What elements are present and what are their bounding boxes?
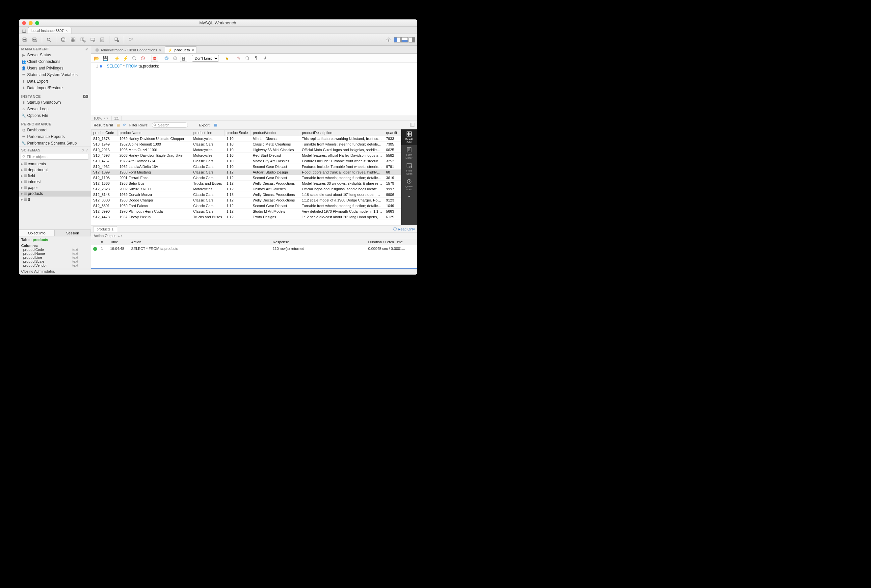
nav-item[interactable]: ≣Performance Reports xyxy=(19,133,91,140)
grid-cell[interactable]: Red Start Diecast xyxy=(251,153,300,159)
disclosure-icon[interactable]: ▶ xyxy=(21,168,23,172)
action-row[interactable]: ✓ 1 19:04:48 SELECT * FROM ta.products 1… xyxy=(91,245,417,252)
schema-table-item[interactable]: ▶comments xyxy=(19,161,91,167)
grid-cell[interactable]: 3619 xyxy=(384,175,401,181)
grid-cell[interactable]: S10_4757 xyxy=(91,159,118,164)
grid-cell[interactable]: S12_4473 xyxy=(91,214,118,220)
grid-cell[interactable]: 2001 Ferrari Enzo xyxy=(118,175,191,181)
collapse-icon[interactable]: ⤢ xyxy=(85,48,88,51)
grid-cell[interactable]: S12_1666 xyxy=(91,181,118,186)
disclosure-icon[interactable]: ▶ xyxy=(21,192,23,195)
sidetab-field-types[interactable]: Field Types xyxy=(401,161,417,177)
home-tab[interactable] xyxy=(20,27,28,34)
grid-cell[interactable]: Second Gear Diecast xyxy=(251,175,300,181)
grid-cell[interactable]: 5663 xyxy=(384,209,401,214)
refresh-icon[interactable]: ⟳ xyxy=(123,123,126,127)
grid-cell[interactable]: Official Moto Guzzi logos and insignias,… xyxy=(300,147,384,153)
grid-cell[interactable]: 1957 Chevy Pickup xyxy=(118,214,191,220)
grid-cell[interactable]: Classic Cars xyxy=(191,209,224,214)
grid-cell[interactable]: Turnable front wheels; steering function… xyxy=(300,175,384,181)
sidetab-more[interactable] xyxy=(401,193,417,200)
grid-cell[interactable]: 1:12 xyxy=(224,197,251,203)
schema-table-item[interactable]: ▶interest xyxy=(19,179,91,185)
grid-cell[interactable]: Motor City Art Classics xyxy=(251,159,300,164)
grid-cell[interactable]: 1969 Corvair Monza xyxy=(118,192,191,197)
grid-cell[interactable]: Classic Cars xyxy=(191,175,224,181)
execute-button[interactable]: ⚡ xyxy=(114,55,121,62)
grid-cell[interactable]: S12_2823 xyxy=(91,186,118,192)
schema-filter-input[interactable] xyxy=(21,154,89,160)
toggle-sidebar-button[interactable] xyxy=(394,37,401,42)
grid-cell[interactable]: Classic Cars xyxy=(191,159,224,164)
schema-table-item[interactable]: ▶paper xyxy=(19,185,91,191)
disclosure-icon[interactable]: ▶ xyxy=(21,174,23,178)
grid-cell[interactable]: 7305 xyxy=(384,142,401,147)
column-header[interactable]: productScale xyxy=(224,130,251,136)
commit-button[interactable] xyxy=(163,55,170,62)
column-header[interactable]: productLine xyxy=(191,130,224,136)
settings-button[interactable] xyxy=(384,36,393,44)
grid-cell[interactable]: 7933 xyxy=(384,136,401,142)
grid-cell[interactable]: Trucks and Buses xyxy=(191,214,224,220)
grid-row[interactable]: S10_46982003 Harley-Davidson Eagle Drag … xyxy=(91,153,401,159)
sidetab-result-grid[interactable]: Result Grid xyxy=(401,129,417,145)
table-icon-button[interactable] xyxy=(69,36,77,44)
open-sql-button[interactable]: SQL xyxy=(31,36,39,44)
find-button[interactable] xyxy=(244,55,251,62)
grid-cell[interactable]: 6906 xyxy=(384,192,401,197)
grid-cell[interactable]: Classic Cars xyxy=(191,164,224,169)
grid-cell[interactable]: 9123 xyxy=(384,197,401,203)
panel-toggle-icon[interactable] xyxy=(410,123,415,127)
result-grid[interactable]: productCodeproductNameproductLineproduct… xyxy=(91,129,401,225)
sidetab-form-editor[interactable]: Form Editor xyxy=(401,145,417,161)
grid-cell[interactable]: S12_1099 xyxy=(91,169,118,175)
grid-cell[interactable]: Second Gear Diecast xyxy=(251,164,300,169)
grid-cell[interactable]: 5582 xyxy=(384,153,401,159)
limit-select[interactable]: Don't Limit xyxy=(192,55,219,61)
toggle-autocommit-button[interactable]: ⛔ xyxy=(151,55,158,62)
view-button[interactable] xyxy=(88,36,97,44)
grid-cell[interactable]: S10_4698 xyxy=(91,153,118,159)
disclosure-icon[interactable]: ▶ xyxy=(21,198,23,201)
column-header[interactable]: quantit xyxy=(384,130,401,136)
schema-table-item[interactable]: ▶products xyxy=(19,191,91,196)
grid-cell[interactable]: Motorcycles xyxy=(191,186,224,192)
grid-row[interactable]: S10_16781969 Harley Davidson Ultimate Ch… xyxy=(91,136,401,142)
grid-cell[interactable]: S12_3380 xyxy=(91,197,118,203)
grid-cell[interactable]: 2002 Suzuki XREO xyxy=(118,186,191,192)
grid-cell[interactable]: 1968 Ford Mustang xyxy=(118,169,191,175)
grid-row[interactable]: S12_10991968 Ford MustangClassic Cars1:1… xyxy=(91,169,401,175)
grid-cell[interactable]: 1:12 xyxy=(224,181,251,186)
grid-cell[interactable]: 6791 xyxy=(384,164,401,169)
grid-cell[interactable]: Motorcycles xyxy=(191,147,224,153)
grid-cell[interactable]: Features include: Turnable front wheels;… xyxy=(300,164,384,169)
grid-cell[interactable]: S12_3148 xyxy=(91,192,118,197)
grid-cell[interactable]: S10_2016 xyxy=(91,147,118,153)
grid-cell[interactable]: Classic Cars xyxy=(191,197,224,203)
proc-button[interactable] xyxy=(99,36,107,44)
grid-row[interactable]: S10_47571972 Alfa Romeo GTAClassic Cars1… xyxy=(91,159,401,164)
zoom-cell[interactable]: 100%▲▼ xyxy=(91,116,112,121)
grid-cell[interactable]: Model features 30 windows, skylights & g… xyxy=(300,181,384,186)
toggle-secondary-button[interactable] xyxy=(409,37,415,42)
grid-cell[interactable]: S10_1678 xyxy=(91,136,118,142)
toggle-limit-button[interactable]: ▦ xyxy=(180,55,187,62)
grid-cell[interactable]: Official logos and insignias, saddle bag… xyxy=(300,186,384,192)
grid-cell[interactable]: 1:10 xyxy=(224,153,251,159)
nav-item[interactable]: ⚠Server Logs xyxy=(19,106,91,112)
grid-cell[interactable]: Welly Diecast Productions xyxy=(251,181,300,186)
grid-cell[interactable]: Hood, doors and trunk all open to reveal… xyxy=(300,169,384,175)
grid-cell[interactable]: 1:12 xyxy=(224,169,251,175)
tab-admin-connections[interactable]: Administration - Client Connections × xyxy=(93,46,164,53)
grid-cell[interactable]: Trucks and Buses xyxy=(191,181,224,186)
grid-row[interactable]: S10_19491952 Alpine Renault 1300Classic … xyxy=(91,142,401,147)
disclosure-icon[interactable]: ▶ xyxy=(21,162,23,166)
nav-item[interactable]: 👥Client Connections xyxy=(19,58,91,65)
column-header[interactable]: productName xyxy=(118,130,191,136)
grid-cell[interactable]: 1970 Plymouth Hemi Cuda xyxy=(118,209,191,214)
grid-cell[interactable]: S12_3891 xyxy=(91,203,118,209)
grid-cell[interactable]: 1969 Ford Falcon xyxy=(118,203,191,209)
grid-row[interactable]: S12_44731957 Chevy PickupTrucks and Buse… xyxy=(91,214,401,220)
grid-cell[interactable]: 1:12 scale die-cast about 20" long Hood … xyxy=(300,214,384,220)
grid-cell[interactable]: Min Lin Diecast xyxy=(251,136,300,142)
